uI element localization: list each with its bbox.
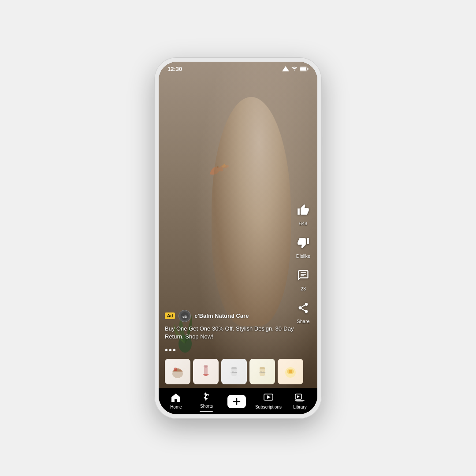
like-button[interactable]: 648: [294, 201, 312, 226]
status-bar: 12:30: [159, 62, 317, 76]
bottom-navigation: Home Shorts: [159, 388, 317, 414]
comment-icon: [294, 267, 312, 284]
product-thumbnails: c'Balm c'Balm: [159, 355, 317, 388]
svg-point-10: [174, 368, 177, 371]
advertiser-avatar: cB: [178, 310, 191, 322]
phone-screen: 12:30: [159, 62, 317, 414]
product-thumb-1[interactable]: [165, 359, 190, 384]
time-display: 12:30: [167, 66, 182, 72]
nav-add-button[interactable]: [225, 395, 249, 408]
svg-text:c'Balm: c'Balm: [259, 371, 266, 374]
nav-home[interactable]: Home: [164, 393, 188, 409]
nav-subscriptions[interactable]: Subscriptions: [255, 393, 282, 409]
svg-rect-4: [300, 67, 306, 71]
svg-rect-3: [308, 68, 309, 70]
shorts-label: Shorts: [200, 404, 213, 409]
add-icon: [227, 395, 246, 408]
dislike-button[interactable]: Dislike: [294, 234, 312, 259]
nav-library[interactable]: Library: [288, 393, 312, 409]
comment-button[interactable]: 23: [294, 267, 312, 291]
svg-rect-17: [260, 367, 265, 369]
svg-text:c'Balm: c'Balm: [231, 371, 238, 374]
ad-badge: Ad: [165, 312, 175, 319]
library-label: Library: [293, 405, 307, 409]
product-thumb-3[interactable]: c'Balm: [221, 359, 247, 384]
svg-marker-27: [297, 395, 300, 398]
home-label: Home: [170, 405, 182, 409]
like-count: 648: [299, 221, 307, 226]
more-options-button[interactable]: •••: [159, 345, 317, 355]
nav-shorts[interactable]: Shorts: [194, 391, 219, 412]
home-icon: [171, 393, 181, 403]
dislike-icon: [294, 234, 312, 252]
action-buttons-panel: 648 Dislike 23: [294, 201, 312, 324]
person-silhouette: [212, 97, 291, 326]
like-icon: [294, 201, 312, 219]
subscriptions-label: Subscriptions: [255, 405, 282, 409]
wifi-icon: [291, 67, 298, 71]
signal-icon: [282, 66, 289, 71]
ad-description: Buy One Get One 30% Off. Stylish Design.…: [165, 325, 311, 341]
product-thumb-2[interactable]: [193, 359, 219, 384]
product-thumb-4[interactable]: c'Balm: [249, 359, 275, 384]
battery-icon: [300, 67, 309, 71]
ad-header: Ad cB c'Balm Natural Care: [165, 310, 311, 322]
svg-point-21: [289, 370, 292, 373]
svg-point-12: [204, 365, 208, 368]
bottom-content-area: Ad cB c'Balm Natural Care Buy One Get On…: [159, 310, 317, 388]
svg-marker-25: [267, 395, 271, 399]
svg-rect-14: [231, 367, 237, 369]
dislike-label: Dislike: [296, 253, 310, 259]
svg-text:cB: cB: [182, 315, 187, 319]
library-icon: [295, 393, 305, 403]
ad-info-section: Ad cB c'Balm Natural Care Buy One Get On…: [159, 310, 317, 345]
status-icons: [282, 66, 309, 71]
shorts-icon: [201, 391, 211, 402]
comment-count: 23: [301, 286, 306, 291]
advertiser-name: c'Balm Natural Care: [194, 312, 249, 319]
product-thumb-5[interactable]: [278, 359, 303, 384]
subscriptions-icon: [264, 393, 273, 403]
phone-frame: 12:30: [154, 57, 322, 419]
